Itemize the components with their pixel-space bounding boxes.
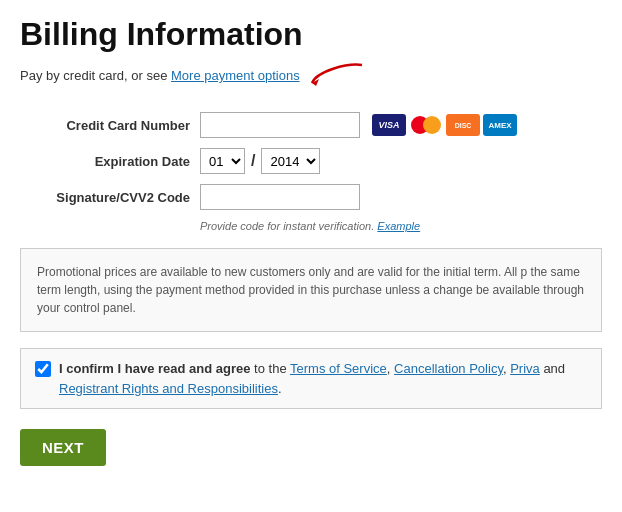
credit-card-label: Credit Card Number (20, 118, 200, 133)
page-title: Billing Information (20, 16, 602, 53)
cvv-hint-text: Provide code for instant verification. (200, 220, 374, 232)
billing-form: Credit Card Number VISA DISC AMEX Expira… (20, 112, 602, 232)
cvv-input[interactable] (200, 184, 360, 210)
discover-icon: DISC (446, 114, 480, 136)
agreement-checkbox[interactable] (35, 361, 51, 377)
agreement-rest: to the (254, 361, 290, 376)
next-button[interactable]: NEXT (20, 429, 106, 466)
date-separator: / (251, 152, 255, 170)
cvv-label: Signature/CVV2 Code (20, 190, 200, 205)
card-icons: VISA DISC AMEX (372, 114, 517, 136)
mastercard-icon (409, 114, 443, 136)
promo-box: Promotional prices are available to new … (20, 248, 602, 332)
credit-card-input[interactable] (200, 112, 360, 138)
cvv-controls (200, 184, 360, 210)
expiration-date-row: Expiration Date 01 02 03 04 05 06 07 08 … (20, 148, 602, 174)
credit-card-row: Credit Card Number VISA DISC AMEX (20, 112, 602, 138)
subtitle: Pay by credit card, or see More payment … (20, 61, 602, 92)
promo-text: Promotional prices are available to new … (37, 265, 584, 315)
agreement-row: I confirm I have read and agree to the T… (20, 348, 602, 409)
terms-link[interactable]: Terms of Service (290, 361, 387, 376)
cancellation-link[interactable]: Cancellation Policy (394, 361, 503, 376)
expiration-date-label: Expiration Date (20, 154, 200, 169)
expiration-controls: 01 02 03 04 05 06 07 08 09 10 11 12 / 20… (200, 148, 320, 174)
credit-card-controls: VISA DISC AMEX (200, 112, 517, 138)
cvv-example-link[interactable]: Example (377, 220, 420, 232)
expiration-year-select[interactable]: 2014 2015 2016 2017 2018 2019 2020 (261, 148, 320, 174)
cvv-row: Signature/CVV2 Code (20, 184, 602, 210)
registrant-rights-link[interactable]: Registrant Rights and Responsibilities (59, 381, 278, 396)
amex-icon: AMEX (483, 114, 517, 136)
more-payment-options-link[interactable]: More payment options (171, 68, 300, 83)
privacy-link[interactable]: Priva (510, 361, 540, 376)
agreement-bold: I confirm I have read and agree (59, 361, 250, 376)
subtitle-text: Pay by credit card, or see (20, 68, 171, 83)
red-arrow-icon (307, 61, 367, 92)
visa-icon: VISA (372, 114, 406, 136)
agreement-text: I confirm I have read and agree to the T… (59, 359, 587, 398)
expiration-month-select[interactable]: 01 02 03 04 05 06 07 08 09 10 11 12 (200, 148, 245, 174)
cvv-hint: Provide code for instant verification. E… (200, 220, 602, 232)
